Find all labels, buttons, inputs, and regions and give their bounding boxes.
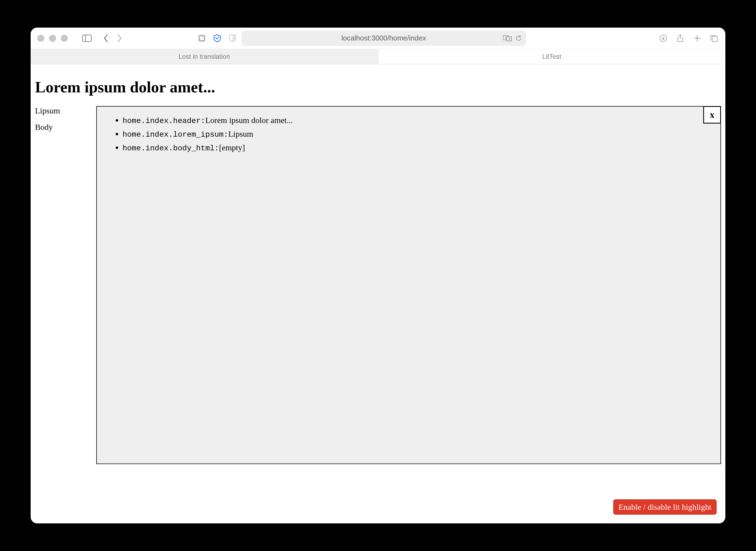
side-label-body: Body <box>35 122 96 132</box>
svg-text:文: 文 <box>508 37 511 40</box>
nav-arrows <box>102 34 123 43</box>
translation-value: [empty] <box>219 143 245 152</box>
window-controls <box>37 35 68 42</box>
pocket-icon[interactable] <box>213 34 222 43</box>
side-labels: Lipsum Body <box>35 106 96 132</box>
translation-key: home.index.header: <box>122 117 205 125</box>
translation-value: Lorem ipsum dolor amet... <box>205 116 293 125</box>
tab-bar: Lost in translation LitTest <box>31 49 725 64</box>
address-bar[interactable]: localhost:3000/home/index A 文 <box>242 31 526 46</box>
svg-text:A: A <box>505 36 507 39</box>
translation-list: home.index.header:Lorem ipsum dolor amet… <box>103 114 714 154</box>
shield-icon[interactable] <box>197 34 207 43</box>
list-item: home.index.header:Lorem ipsum dolor amet… <box>122 114 714 127</box>
side-label-lipsum: Lipsum <box>35 106 96 115</box>
close-panel-button[interactable]: x <box>703 106 721 123</box>
toolbar-right-icons <box>659 34 719 43</box>
translation-key: home.index.lorem_ipsum: <box>122 130 228 139</box>
page-content: Lorem ipsum dolor amet... Lipsum Body x … <box>31 64 725 523</box>
url-text: localhost:3000/home/index <box>341 34 426 42</box>
list-item: home.index.lorem_ipsum:Lipsum <box>122 127 714 141</box>
page-heading: Lorem ipsum dolor amet... <box>35 78 721 96</box>
sidebar-toggle-icon[interactable] <box>82 34 92 42</box>
tabs-overview-icon[interactable] <box>710 34 719 43</box>
new-tab-icon[interactable] <box>693 34 702 43</box>
translation-key: home.index.body_html: <box>122 144 219 152</box>
tab-label: LitTest <box>542 53 561 60</box>
svg-rect-13 <box>712 36 717 42</box>
toolbar-left-icons <box>197 34 237 43</box>
close-window-button[interactable] <box>37 35 44 42</box>
translation-value: Lipsum <box>228 129 253 138</box>
fullscreen-window-button[interactable] <box>61 35 68 42</box>
translation-panel: x home.index.header:Lorem ipsum dolor am… <box>96 106 721 464</box>
translate-icon[interactable]: A 文 <box>503 35 512 42</box>
toggle-highlight-button[interactable]: Enable / disable lit highlight <box>613 499 717 515</box>
privacy-shield-icon[interactable] <box>228 34 237 43</box>
tab-lost-in-translation[interactable]: Lost in translation <box>31 49 378 64</box>
tab-label: Lost in translation <box>179 53 230 60</box>
forward-button[interactable] <box>115 34 123 43</box>
back-button[interactable] <box>102 34 110 43</box>
svg-rect-3 <box>200 36 204 40</box>
toggle-label: Enable / disable lit highlight <box>618 502 711 511</box>
browser-window: localhost:3000/home/index A 文 <box>31 28 725 523</box>
downloads-icon[interactable] <box>659 34 668 43</box>
share-icon[interactable] <box>676 34 685 43</box>
reload-icon[interactable] <box>515 35 522 42</box>
list-item: home.index.body_html:[empty] <box>122 141 714 155</box>
svg-rect-0 <box>82 35 91 42</box>
close-icon: x <box>710 110 714 120</box>
tab-littest[interactable]: LitTest <box>378 49 726 64</box>
minimize-window-button[interactable] <box>49 35 56 42</box>
browser-toolbar: localhost:3000/home/index A 文 <box>31 28 725 49</box>
